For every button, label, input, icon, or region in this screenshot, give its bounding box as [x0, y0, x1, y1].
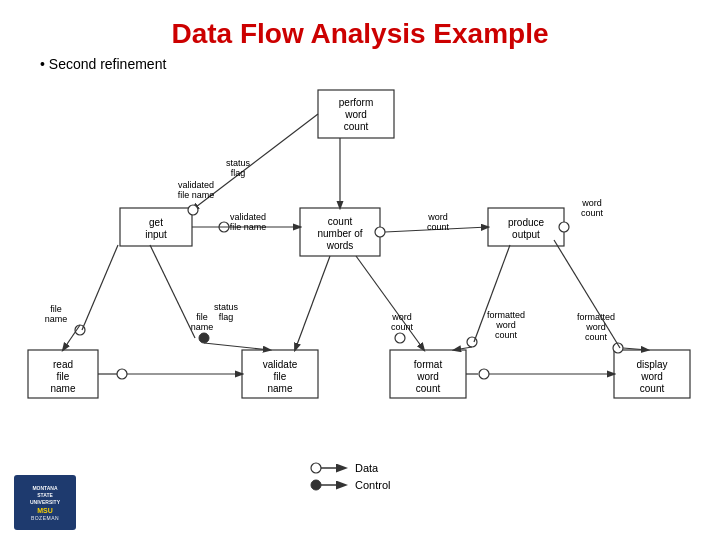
- svg-text:word: word: [495, 320, 516, 330]
- svg-text:word: word: [391, 312, 412, 322]
- svg-text:count: count: [585, 332, 608, 342]
- svg-text:produce: produce: [508, 217, 545, 228]
- university-logo: MONTANASTATEUNIVERSITY MSU BOZEMAN: [14, 475, 76, 530]
- svg-text:word: word: [344, 109, 367, 120]
- svg-text:count: count: [640, 383, 665, 394]
- logo-city: BOZEMAN: [31, 515, 59, 521]
- svg-point-45: [559, 222, 569, 232]
- svg-text:count: count: [427, 222, 450, 232]
- svg-text:count: count: [495, 330, 518, 340]
- svg-line-59: [204, 343, 270, 350]
- svg-line-63: [295, 256, 330, 350]
- svg-line-51: [82, 245, 118, 330]
- diagram-svg: perform word count get input count numbe…: [0, 80, 720, 510]
- svg-text:status: status: [226, 158, 251, 168]
- svg-text:Control: Control: [355, 479, 390, 491]
- svg-point-57: [199, 333, 209, 343]
- svg-text:input: input: [145, 229, 167, 240]
- svg-text:count: count: [416, 383, 441, 394]
- svg-text:formatted: formatted: [487, 310, 525, 320]
- svg-text:count: count: [344, 121, 369, 132]
- svg-text:count: count: [581, 208, 604, 218]
- svg-text:get: get: [149, 217, 163, 228]
- subtitle: Second refinement: [0, 56, 720, 80]
- svg-text:file: file: [196, 312, 208, 322]
- svg-text:status: status: [214, 302, 239, 312]
- svg-line-58: [150, 245, 195, 338]
- svg-text:file: file: [57, 371, 70, 382]
- logo-gold-text: MSU: [37, 507, 53, 514]
- svg-text:word: word: [585, 322, 606, 332]
- svg-text:validated: validated: [178, 180, 214, 190]
- svg-text:word: word: [581, 198, 602, 208]
- diagram-container: perform word count get input count numbe…: [0, 80, 720, 510]
- svg-point-81: [479, 369, 489, 379]
- svg-text:count: count: [391, 322, 414, 332]
- svg-point-61: [117, 369, 127, 379]
- svg-text:read: read: [53, 359, 73, 370]
- svg-text:output: output: [512, 229, 540, 240]
- svg-text:file: file: [274, 371, 287, 382]
- svg-text:file name: file name: [178, 190, 215, 200]
- svg-text:word: word: [640, 371, 663, 382]
- svg-text:count: count: [328, 216, 353, 227]
- svg-point-83: [311, 463, 321, 473]
- svg-point-67: [395, 333, 405, 343]
- page-title: Data Flow Analysis Example: [0, 0, 720, 56]
- svg-text:display: display: [636, 359, 667, 370]
- svg-text:name: name: [191, 322, 214, 332]
- svg-text:file: file: [50, 304, 62, 314]
- svg-text:formatted: formatted: [577, 312, 615, 322]
- svg-point-86: [311, 480, 321, 490]
- svg-text:words: words: [326, 240, 354, 251]
- svg-text:flag: flag: [231, 168, 246, 178]
- svg-text:validate: validate: [263, 359, 298, 370]
- svg-text:name: name: [50, 383, 75, 394]
- svg-text:name: name: [267, 383, 292, 394]
- svg-text:word: word: [416, 371, 439, 382]
- logo-text: MONTANASTATEUNIVERSITY: [30, 485, 60, 506]
- svg-text:perform: perform: [339, 97, 373, 108]
- svg-text:file name: file name: [230, 222, 267, 232]
- svg-line-52: [63, 325, 80, 350]
- svg-text:name: name: [45, 314, 68, 324]
- svg-point-41: [375, 227, 385, 237]
- svg-text:validated: validated: [230, 212, 266, 222]
- svg-text:flag: flag: [219, 312, 234, 322]
- svg-text:number of: number of: [317, 228, 362, 239]
- svg-text:word: word: [427, 212, 448, 222]
- svg-text:format: format: [414, 359, 443, 370]
- svg-point-33: [188, 205, 198, 215]
- svg-line-64: [356, 256, 424, 350]
- svg-text:Data: Data: [355, 462, 379, 474]
